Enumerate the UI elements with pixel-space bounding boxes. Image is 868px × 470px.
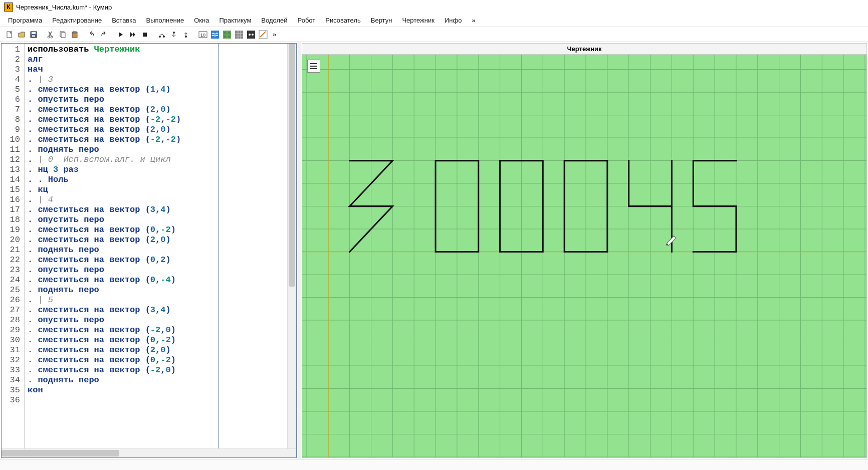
main-area: 1234567891011121314151617181920212223242… bbox=[0, 42, 868, 459]
code-line[interactable]: . сместиться на вектор (0,-2) bbox=[28, 335, 293, 345]
svg-rect-3 bbox=[32, 35, 35, 37]
menu-item[interactable]: Редактирование bbox=[48, 15, 106, 26]
paste-button[interactable] bbox=[69, 29, 80, 40]
code-line[interactable]: . сместиться на вектор (0,-2) bbox=[28, 355, 293, 365]
code-line[interactable]: . | 0 Исп.вспом.алг. и цикл bbox=[28, 155, 293, 165]
code-line[interactable]: . | 3 bbox=[28, 75, 293, 85]
run-button[interactable] bbox=[115, 29, 126, 40]
svg-rect-10 bbox=[143, 33, 147, 37]
undo-button[interactable] bbox=[86, 29, 97, 40]
tool-game-button[interactable] bbox=[246, 29, 257, 40]
code-line[interactable]: . поднять перо bbox=[28, 375, 293, 385]
code-line[interactable]: . опустить перо bbox=[28, 315, 293, 325]
canvas-grid bbox=[302, 55, 866, 457]
svg-rect-17 bbox=[211, 31, 219, 39]
code-line[interactable]: нач bbox=[28, 65, 293, 75]
svg-text:10: 10 bbox=[200, 33, 205, 38]
copy-button[interactable] bbox=[57, 29, 68, 40]
cut-button[interactable] bbox=[45, 29, 56, 40]
title-bar: К Чертежник_Числа.kum* - Кумир bbox=[0, 0, 868, 14]
toolbar-more-button[interactable]: » bbox=[270, 31, 279, 38]
editor-vertical-split[interactable] bbox=[218, 44, 219, 448]
tool-grid-button[interactable] bbox=[234, 29, 245, 40]
code-line[interactable]: . сместиться на вектор (-2,-2) bbox=[28, 135, 293, 145]
menu-item[interactable]: Водолей bbox=[257, 15, 291, 26]
code-line[interactable]: алг bbox=[28, 55, 293, 65]
code-line[interactable]: . опустить перо bbox=[28, 265, 293, 275]
code-line[interactable]: . нц 3 раз bbox=[28, 165, 293, 175]
menu-item[interactable]: Чертежник bbox=[398, 15, 439, 26]
svg-point-26 bbox=[252, 34, 254, 36]
code-line[interactable]: . | 5 bbox=[28, 295, 293, 305]
redo-button[interactable] bbox=[98, 29, 109, 40]
code-line[interactable]: . сместиться на вектор (2,0) bbox=[28, 105, 293, 115]
run-fast-button[interactable] bbox=[127, 29, 138, 40]
code-line[interactable]: . поднять перо bbox=[28, 285, 293, 295]
code-line[interactable]: . кц bbox=[28, 185, 293, 195]
step-out-button[interactable] bbox=[180, 29, 191, 40]
svg-rect-2 bbox=[32, 32, 36, 34]
tool-aquarius-button[interactable] bbox=[209, 29, 221, 40]
svg-rect-23 bbox=[235, 31, 243, 39]
code-line[interactable]: . сместиться на вектор (2,0) bbox=[28, 235, 293, 245]
canvas-menu-button[interactable] bbox=[307, 60, 320, 73]
code-line[interactable]: . сместиться на вектор (2,0) bbox=[28, 125, 293, 135]
svg-rect-7 bbox=[61, 33, 65, 38]
code-area[interactable]: использовать Чертежникалгнач. | 3. смест… bbox=[25, 44, 296, 448]
code-line[interactable]: . сместиться на вектор (3,4) bbox=[28, 305, 293, 315]
code-line[interactable]: . поднять перо bbox=[28, 145, 293, 155]
tool-drafter-button[interactable] bbox=[258, 29, 269, 40]
code-line[interactable]: . сместиться на вектор (2,0) bbox=[28, 345, 293, 355]
code-line[interactable]: кон bbox=[28, 385, 293, 395]
code-line[interactable] bbox=[28, 395, 293, 405]
code-line[interactable]: использовать Чертежник bbox=[28, 45, 293, 55]
svg-rect-19 bbox=[224, 32, 226, 34]
pane-splitter[interactable] bbox=[298, 42, 301, 459]
svg-point-13 bbox=[173, 32, 175, 34]
code-line[interactable]: . сместиться на вектор (-2,-2) bbox=[28, 115, 293, 125]
editor-body[interactable]: 1234567891011121314151617181920212223242… bbox=[2, 44, 296, 448]
code-line[interactable]: . сместиться на вектор (0,-2) bbox=[28, 225, 293, 235]
svg-point-12 bbox=[163, 36, 165, 38]
new-file-button[interactable] bbox=[4, 29, 15, 40]
scrollbar-thumb[interactable] bbox=[289, 44, 295, 287]
step-over-button[interactable] bbox=[156, 29, 167, 40]
drawing-canvas[interactable] bbox=[302, 55, 866, 457]
scrollbar-thumb[interactable] bbox=[2, 450, 119, 456]
code-line[interactable]: . сместиться на вектор (-2,0) bbox=[28, 325, 293, 335]
menu-item[interactable]: Программа bbox=[4, 15, 46, 26]
window-title: Чертежник_Числа.kum* - Кумир bbox=[16, 4, 112, 11]
menu-item[interactable]: Вертун bbox=[367, 15, 396, 26]
menu-item[interactable]: Окна bbox=[190, 15, 213, 26]
menu-item[interactable]: Практикум bbox=[215, 15, 255, 26]
svg-rect-9 bbox=[73, 32, 76, 33]
code-line[interactable]: . . Ноль bbox=[28, 175, 293, 185]
menu-item[interactable]: Рисователь bbox=[321, 15, 364, 26]
editor-pane: 1234567891011121314151617181920212223242… bbox=[1, 43, 297, 458]
app-icon: К bbox=[4, 3, 13, 12]
line-number-gutter: 1234567891011121314151617181920212223242… bbox=[2, 44, 25, 448]
code-line[interactable]: . сместиться на вектор (0,2) bbox=[28, 255, 293, 265]
step-into-button[interactable] bbox=[168, 29, 179, 40]
code-line[interactable]: . | 4 bbox=[28, 195, 293, 205]
code-line[interactable]: . поднять перо bbox=[28, 245, 293, 255]
menu-item[interactable]: Вставка bbox=[108, 15, 140, 26]
tool-robot-button[interactable] bbox=[222, 29, 233, 40]
code-line[interactable]: . сместиться на вектор (0,-4) bbox=[28, 275, 293, 285]
code-line[interactable]: . опустить перо bbox=[28, 95, 293, 105]
editor-horizontal-scrollbar[interactable] bbox=[2, 448, 296, 457]
stop-button[interactable] bbox=[139, 29, 150, 40]
menu-item[interactable]: Выполнение bbox=[142, 15, 188, 26]
menu-item[interactable]: Инфо bbox=[441, 15, 466, 26]
menu-item[interactable]: Робот bbox=[294, 15, 320, 26]
code-line[interactable]: . сместиться на вектор (3,4) bbox=[28, 205, 293, 215]
open-file-button[interactable] bbox=[16, 29, 27, 40]
save-file-button[interactable] bbox=[28, 29, 39, 40]
code-line[interactable]: . опустить перо bbox=[28, 215, 293, 225]
code-line[interactable]: . сместиться на вектор (1,4) bbox=[28, 85, 293, 95]
code-line[interactable]: . сместиться на вектор (-2,0) bbox=[28, 365, 293, 375]
editor-vertical-scrollbar[interactable] bbox=[287, 44, 296, 448]
menu-more-button[interactable]: » bbox=[468, 15, 479, 26]
canvas-pane: Чертежник bbox=[302, 43, 867, 458]
tool-counter-button[interactable]: 10 bbox=[197, 29, 208, 40]
